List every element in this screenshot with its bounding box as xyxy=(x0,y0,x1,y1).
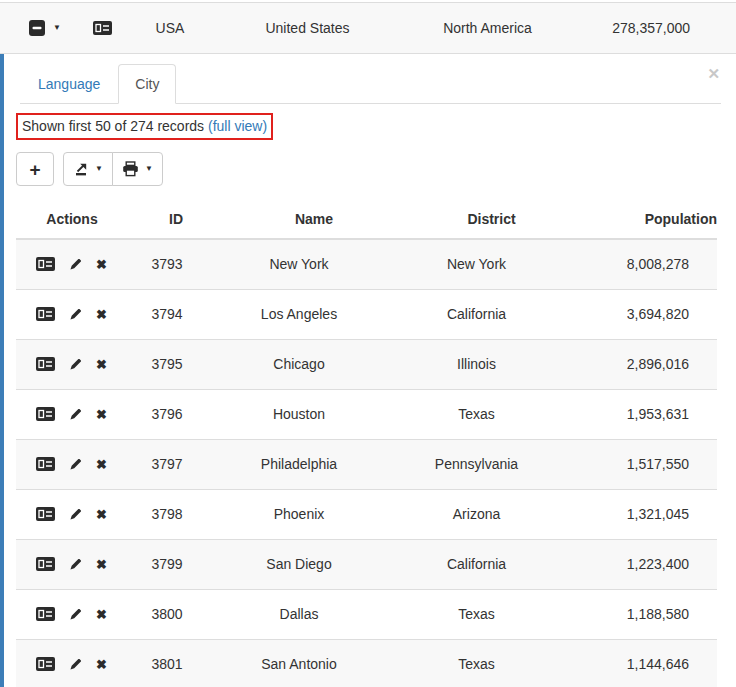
delete-row-button[interactable]: ✖ xyxy=(96,258,107,271)
vcard-icon xyxy=(36,507,55,521)
header-district[interactable]: District xyxy=(404,201,579,239)
cell-population: 1,953,631 xyxy=(579,389,717,439)
view-row-button[interactable] xyxy=(36,607,55,621)
cell-population: 1,517,550 xyxy=(579,439,717,489)
city-table-body: ✖ 3793 New York New York 8,008,278 xyxy=(16,239,717,687)
full-view-link[interactable]: (full view) xyxy=(208,118,267,134)
vcard-icon xyxy=(36,257,55,271)
detail-tabs: LanguageCity xyxy=(20,64,721,104)
cell-name: Dallas xyxy=(224,589,404,639)
export-icon xyxy=(73,161,89,177)
delete-row-button[interactable]: ✖ xyxy=(96,608,107,621)
cell-id: 3797 xyxy=(128,439,224,489)
view-row-button[interactable] xyxy=(36,657,55,671)
table-row: ✖ 3800 Dallas Texas 1,188,580 xyxy=(16,589,717,639)
cell-population: 3,694,820 xyxy=(579,289,717,339)
table-row: ✖ 3793 New York New York 8,008,278 xyxy=(16,239,717,289)
edit-row-button[interactable] xyxy=(69,458,82,471)
vcard-icon xyxy=(36,407,55,421)
pencil-icon xyxy=(69,308,82,321)
x-icon: ✖ xyxy=(96,358,107,371)
cell-population: 2,896,016 xyxy=(579,339,717,389)
edit-row-button[interactable] xyxy=(69,658,82,671)
edit-row-button[interactable] xyxy=(69,358,82,371)
cell-id: 3795 xyxy=(128,339,224,389)
x-icon: ✖ xyxy=(96,458,107,471)
view-row-button[interactable] xyxy=(36,407,55,421)
table-row: ✖ 3795 Chicago Illinois 2,896,016 xyxy=(16,339,717,389)
pencil-icon xyxy=(69,408,82,421)
edit-row-button[interactable] xyxy=(69,308,82,321)
x-icon: ✖ xyxy=(96,258,107,271)
view-row-button[interactable] xyxy=(36,507,55,521)
table-row: ✖ 3798 Phoenix Arizona 1,321,045 xyxy=(16,489,717,539)
print-dropdown-button[interactable]: ▼ xyxy=(112,152,163,186)
pencil-icon xyxy=(69,558,82,571)
cell-name: Houston xyxy=(224,389,404,439)
edit-row-button[interactable] xyxy=(69,558,82,571)
header-actions: Actions xyxy=(16,201,128,239)
collapse-row-button[interactable]: ▼ xyxy=(28,19,61,37)
view-row-button[interactable] xyxy=(36,557,55,571)
edit-row-button[interactable] xyxy=(69,608,82,621)
header-population[interactable]: Population xyxy=(579,201,717,239)
table-row: ✖ 3799 San Diego California 1,223,400 xyxy=(16,539,717,589)
cell-district: Illinois xyxy=(404,339,579,389)
delete-row-button[interactable]: ✖ xyxy=(96,558,107,571)
cell-district: New York xyxy=(404,239,579,289)
view-row-button[interactable] xyxy=(36,357,55,371)
cell-name: Los Angeles xyxy=(224,289,404,339)
record-count-text: Shown first 50 of 274 records xyxy=(22,118,208,134)
edit-row-button[interactable] xyxy=(69,408,82,421)
caret-down-icon: ▼ xyxy=(53,24,61,32)
delete-row-button[interactable]: ✖ xyxy=(96,658,107,671)
country-population: 278,357,000 xyxy=(612,20,690,36)
record-count-note: Shown first 50 of 274 records (full view… xyxy=(16,113,273,140)
view-row-button[interactable] xyxy=(36,457,55,471)
edit-row-button[interactable] xyxy=(69,258,82,271)
table-row: ✖ 3801 San Antonio Texas 1,144,646 xyxy=(16,639,717,687)
cell-district: California xyxy=(404,289,579,339)
city-table-header-row: Actions ID Name District Population xyxy=(16,201,717,239)
cell-id: 3801 xyxy=(128,639,224,687)
caret-down-icon: ▼ xyxy=(145,165,153,173)
tab-city[interactable]: City xyxy=(118,64,176,104)
tab-language[interactable]: Language xyxy=(20,65,118,103)
vcard-icon xyxy=(36,357,55,371)
view-row-button[interactable] xyxy=(36,257,55,271)
export-dropdown-button[interactable]: ▼ xyxy=(63,152,113,186)
view-row-button[interactable] xyxy=(36,307,55,321)
delete-row-button[interactable]: ✖ xyxy=(96,458,107,471)
delete-row-button[interactable]: ✖ xyxy=(96,358,107,371)
x-icon: ✖ xyxy=(96,508,107,521)
cell-name: San Diego xyxy=(224,539,404,589)
x-icon: ✖ xyxy=(96,608,107,621)
close-icon[interactable]: ✕ xyxy=(707,66,720,81)
header-name[interactable]: Name xyxy=(224,201,404,239)
cell-id: 3793 xyxy=(128,239,224,289)
cell-district: Texas xyxy=(404,589,579,639)
cell-district: Pennsylvania xyxy=(404,439,579,489)
vcard-icon xyxy=(36,457,55,471)
cell-population: 1,223,400 xyxy=(579,539,717,589)
cell-district: Texas xyxy=(404,639,579,687)
view-record-button[interactable] xyxy=(93,21,112,35)
x-icon: ✖ xyxy=(96,408,107,421)
delete-row-button[interactable]: ✖ xyxy=(96,308,107,321)
add-record-button[interactable]: + xyxy=(16,152,54,186)
pencil-icon xyxy=(69,458,82,471)
delete-row-button[interactable]: ✖ xyxy=(96,408,107,421)
toolbar-button-group: ▼ ▼ xyxy=(63,152,163,186)
edit-row-button[interactable] xyxy=(69,508,82,521)
delete-row-button[interactable]: ✖ xyxy=(96,508,107,521)
cell-name: New York xyxy=(224,239,404,289)
cell-name: Philadelphia xyxy=(224,439,404,489)
pencil-icon xyxy=(69,658,82,671)
cell-id: 3800 xyxy=(128,589,224,639)
pencil-icon xyxy=(69,608,82,621)
vcard-icon xyxy=(36,307,55,321)
cell-name: Phoenix xyxy=(224,489,404,539)
header-id[interactable]: ID xyxy=(128,201,224,239)
cell-id: 3799 xyxy=(128,539,224,589)
printer-icon xyxy=(122,161,139,177)
